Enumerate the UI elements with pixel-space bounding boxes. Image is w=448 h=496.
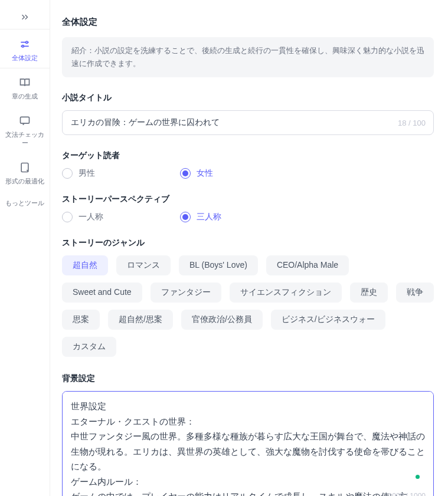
- genre-chip[interactable]: ビジネス/ビジネスウォー: [271, 310, 385, 330]
- perspective-radio-group: 一人称 三人称: [62, 212, 434, 222]
- sidebar-item-more-tools[interactable]: もっとツール: [0, 191, 50, 213]
- chevron-double-right-icon: [19, 12, 30, 22]
- sidebar-item-grammar-check[interactable]: 文法チェッカー: [0, 106, 50, 152]
- svg-point-0: [26, 41, 28, 43]
- background-label: 背景設定: [62, 373, 434, 384]
- background-textarea[interactable]: [62, 391, 434, 496]
- sidebar: 全体設定 章の生成 文法チェッカー 形式の最適化 もっとツール: [0, 0, 50, 496]
- genre-chip[interactable]: Sweet and Cute: [62, 283, 142, 303]
- genre-label: ストーリーのジャンル: [62, 238, 434, 248]
- genre-chip[interactable]: 思案: [62, 310, 100, 330]
- novel-title-wrap: 18 / 100: [62, 110, 434, 135]
- radio-label: 三人称: [197, 212, 221, 222]
- main-content: 全体設定 紹介：小説の設定を洗練することで、後続の生成と続行の一貫性を確保し、興…: [50, 0, 448, 496]
- perspective-option-first[interactable]: 一人称: [62, 212, 180, 222]
- genre-chip[interactable]: カスタム: [62, 337, 116, 357]
- chat-check-icon: [18, 114, 31, 127]
- radio-icon: [180, 168, 191, 179]
- radio-icon: [180, 212, 191, 222]
- genre-chip[interactable]: 戦争: [396, 283, 434, 303]
- sidebar-item-label: 章の生成: [12, 93, 38, 100]
- genre-chip[interactable]: BL (Boys' Love): [179, 255, 258, 275]
- svg-rect-2: [21, 117, 30, 124]
- radio-label: 男性: [79, 168, 95, 179]
- perspective-label: ストーリーパースペクティブ: [62, 194, 434, 205]
- audience-option-female[interactable]: 女性: [180, 168, 298, 179]
- sidebar-item-label: 文法チェッカー: [2, 131, 47, 146]
- background-wrap: 1000 / 1000: [62, 391, 434, 496]
- genre-chip[interactable]: ロマンス: [116, 255, 171, 275]
- svg-point-1: [22, 45, 24, 47]
- sidebar-item-format-opt[interactable]: 形式の最適化: [0, 153, 50, 191]
- page-title: 全体設定: [62, 17, 434, 28]
- novel-title-count: 18 / 100: [398, 119, 426, 127]
- audience-label: ターゲット読者: [62, 150, 434, 161]
- genre-chip[interactable]: CEO/Alpha Male: [266, 255, 349, 275]
- book-open-icon: [18, 76, 31, 89]
- sliders-icon: [18, 38, 31, 51]
- genre-chip[interactable]: 超自然: [62, 255, 108, 275]
- radio-label: 女性: [197, 168, 213, 179]
- sidebar-item-label: もっとツール: [5, 199, 44, 207]
- sidebar-expand-button[interactable]: [0, 5, 50, 29]
- audience-option-male[interactable]: 男性: [62, 168, 180, 179]
- novel-title-input[interactable]: [62, 110, 434, 135]
- genre-chip[interactable]: 超自然/思案: [108, 310, 173, 330]
- genre-chip[interactable]: ファンタジー: [151, 283, 221, 303]
- perspective-option-third[interactable]: 三人称: [180, 212, 298, 222]
- audience-radio-group: 男性 女性: [62, 168, 434, 179]
- novel-title-label: 小説タイトル: [62, 93, 434, 103]
- genre-chip[interactable]: 官僚政治/公務員: [181, 310, 263, 330]
- background-count: 1000 / 1000: [388, 492, 426, 496]
- sidebar-item-chapter-gen[interactable]: 章の生成: [0, 68, 50, 106]
- radio-icon: [62, 212, 73, 222]
- sidebar-item-label: 全体設定: [12, 54, 38, 62]
- genre-chip[interactable]: サイエンスフィクション: [230, 283, 342, 303]
- document-check-icon: [18, 161, 31, 174]
- genre-chip[interactable]: 歴史: [350, 283, 388, 303]
- radio-icon: [62, 168, 73, 179]
- radio-label: 一人称: [79, 212, 103, 222]
- sidebar-item-overall-settings[interactable]: 全体設定: [0, 29, 50, 68]
- intro-box: 紹介：小説の設定を洗練することで、後続の生成と続行の一貫性を確保し、興味深く魅力…: [62, 37, 434, 77]
- sidebar-item-label: 形式の最適化: [5, 178, 44, 185]
- genre-chip-group: 超自然ロマンスBL (Boys' Love)CEO/Alpha MaleSwee…: [62, 255, 434, 357]
